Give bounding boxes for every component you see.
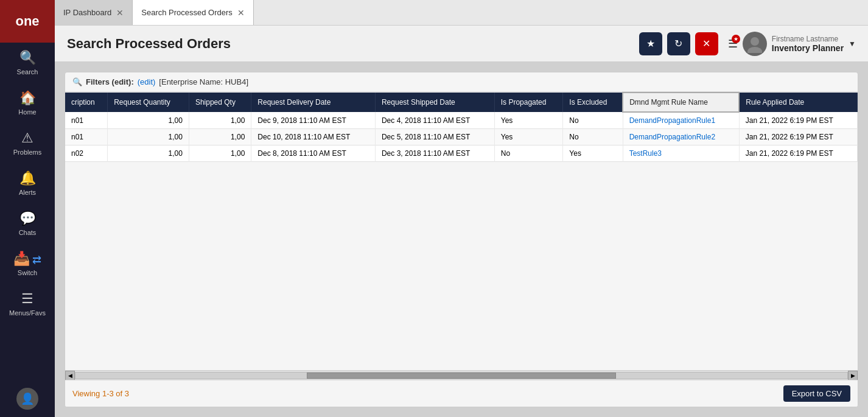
cell-request_quantity: 1,00	[108, 129, 189, 145]
tab-dashboard-label: IP Dashboard	[63, 8, 111, 17]
cell-is_excluded: No	[563, 112, 623, 129]
panel-footer: Viewing 1-3 of 3 Export to CSV	[65, 380, 858, 407]
cell-is_excluded: No	[563, 129, 623, 145]
table-container[interactable]: cription Request Quantity Shipped Qty Re…	[65, 92, 858, 370]
user-dropdown: Firstname Lastname Inventory Planner	[772, 35, 844, 53]
cell-request_shipped_date: Dec 4, 2018 11:10 AM EST	[375, 112, 494, 129]
cell-rule_applied_date: Jan 21, 2022 6:19 PM EST	[739, 129, 857, 145]
cell-request_shipped_date: Dec 5, 2018 11:10 AM EST	[375, 129, 494, 145]
col-rule-applied-date: Rule Applied Date	[739, 93, 857, 112]
inbox-icon: 📥	[13, 251, 30, 267]
filter-label: Filters (edit):	[86, 77, 134, 86]
table-row: n021,001,00Dec 8, 2018 11:10 AM ESTDec 3…	[65, 145, 858, 162]
svg-point-1	[747, 47, 762, 53]
page-title: Search Processed Orders	[67, 36, 639, 52]
col-description: cription	[65, 93, 108, 112]
sidebar-label-home: Home	[18, 108, 36, 116]
avatar-image	[746, 35, 764, 53]
sidebar-item-problems[interactable]: ⚠ Problems	[0, 123, 55, 163]
notification-badge: ★	[732, 35, 740, 43]
user-avatar-sidebar: 👤	[16, 388, 38, 410]
results-table: cription Request Quantity Shipped Qty Re…	[65, 92, 858, 162]
scroll-track[interactable]	[75, 372, 848, 379]
filter-value: [Enterprise Name: HUB4]	[159, 77, 248, 86]
search-icon: 🔍	[19, 50, 36, 66]
results-panel: 🔍 Filters (edit): (edit) [Enterprise Nam…	[65, 72, 858, 407]
cell-dmnd_mgmt_rule_name[interactable]: DemandPropagationRule1	[623, 112, 739, 129]
avatar	[743, 32, 767, 56]
col-is-excluded: Is Excluded	[563, 93, 623, 112]
tab-search-orders-label: Search Processed Orders	[141, 8, 233, 17]
sidebar-label-chats: Chats	[19, 229, 37, 236]
table-row: n011,001,00Dec 9, 2018 11:10 AM ESTDec 4…	[65, 112, 858, 129]
sidebar: one 🔍 Search 🏠 Home ⚠ Problems 🔔 Alerts …	[0, 0, 55, 417]
refresh-icon: ↻	[674, 38, 682, 49]
cell-shipped_qty: 1,00	[189, 129, 251, 145]
col-request-quantity: Request Quantity	[108, 93, 189, 112]
table-row: n011,001,00Dec 10, 2018 11:10 AM ESTDec …	[65, 129, 858, 145]
sidebar-label-alerts: Alerts	[19, 189, 36, 196]
cell-shipped_qty: 1,00	[189, 112, 251, 129]
hamburger-wrapper: ☰ ★	[728, 37, 738, 51]
switch-icon: ⇄	[32, 253, 41, 267]
close-button[interactable]: ✕	[695, 32, 718, 55]
close-icon: ✕	[702, 38, 710, 49]
page-header: Search Processed Orders ★ ↻ ✕ ☰ ★	[55, 26, 868, 62]
col-is-propagated: Is Propagated	[494, 93, 563, 112]
cell-request_delivery_date: Dec 9, 2018 11:10 AM EST	[251, 112, 376, 129]
user-area: ☰ ★ Firstname Lastname Inventory Planner…	[728, 32, 856, 56]
sidebar-item-user[interactable]: 👤	[0, 380, 55, 417]
cell-description: n01	[65, 112, 108, 129]
chat-icon: 💬	[19, 211, 36, 226]
tab-search-orders[interactable]: Search Processed Orders ✕	[133, 0, 254, 25]
cell-dmnd_mgmt_rule_name[interactable]: TestRule3	[623, 145, 739, 162]
main-area: IP Dashboard ✕ Search Processed Orders ✕…	[55, 0, 868, 417]
content-area: 🔍 Filters (edit): (edit) [Enterprise Nam…	[55, 62, 868, 417]
sidebar-item-home[interactable]: 🏠 Home	[0, 83, 55, 123]
cell-request_delivery_date: Dec 8, 2018 11:10 AM EST	[251, 145, 376, 162]
sidebar-label-search: Search	[17, 68, 38, 75]
sidebar-item-menus[interactable]: ☰ Menus/Favs	[0, 284, 55, 324]
bell-icon: 🔔	[19, 170, 36, 186]
col-request-delivery-date: Request Delivery Date	[251, 93, 376, 112]
app-logo: one	[0, 0, 55, 43]
cell-request_delivery_date: Dec 10, 2018 11:10 AM EST	[251, 129, 376, 145]
tab-dashboard[interactable]: IP Dashboard ✕	[55, 0, 133, 25]
filter-edit-link[interactable]: (edit)	[138, 77, 156, 86]
col-dmnd-mgmt-rule-name: Dmnd Mgmt Rule Name	[623, 93, 739, 112]
cell-request_quantity: 1,00	[108, 112, 189, 129]
sidebar-item-search[interactable]: 🔍 Search	[0, 43, 55, 83]
cell-rule_applied_date: Jan 21, 2022 6:19 PM EST	[739, 112, 857, 129]
hamburger-button[interactable]: ☰ ★	[728, 37, 738, 51]
export-csv-button[interactable]: Export to CSV	[783, 385, 850, 402]
horizontal-scrollbar[interactable]: ◀ ▶	[65, 370, 858, 380]
sidebar-label-problems: Problems	[13, 149, 41, 156]
user-name: Firstname Lastname	[772, 35, 844, 43]
sidebar-item-alerts[interactable]: 🔔 Alerts	[0, 163, 55, 203]
cell-dmnd_mgmt_rule_name[interactable]: DemandPropagationRule2	[623, 129, 739, 145]
header-actions: ★ ↻ ✕	[639, 32, 718, 55]
user-role: Inventory Planner	[772, 43, 844, 53]
cell-request_shipped_date: Dec 3, 2018 11:10 AM EST	[375, 145, 494, 162]
menu-icon: ☰	[21, 291, 33, 307]
col-request-shipped-date: Request Shipped Date	[375, 93, 494, 112]
col-shipped-qty: Shipped Qty	[189, 93, 251, 112]
sidebar-item-switch[interactable]: 📥 ⇄ Switch	[0, 244, 55, 284]
star-button[interactable]: ★	[639, 32, 662, 55]
cell-description: n02	[65, 145, 108, 162]
filter-bar: 🔍 Filters (edit): (edit) [Enterprise Nam…	[65, 72, 858, 92]
star-icon: ★	[646, 38, 655, 49]
refresh-button[interactable]: ↻	[667, 32, 690, 55]
dropdown-arrow[interactable]: ▼	[849, 40, 856, 48]
cell-is_propagated: Yes	[494, 129, 563, 145]
cell-is_excluded: Yes	[563, 145, 623, 162]
scroll-right-arrow[interactable]: ▶	[848, 371, 858, 380]
home-icon: 🏠	[19, 90, 36, 106]
sidebar-item-chats[interactable]: 💬 Chats	[0, 203, 55, 244]
warning-icon: ⚠	[21, 130, 33, 146]
cell-is_propagated: Yes	[494, 112, 563, 129]
scroll-thumb[interactable]	[307, 373, 615, 379]
tab-search-orders-close[interactable]: ✕	[237, 9, 245, 17]
scroll-left-arrow[interactable]: ◀	[65, 371, 75, 380]
tab-dashboard-close[interactable]: ✕	[116, 9, 124, 17]
